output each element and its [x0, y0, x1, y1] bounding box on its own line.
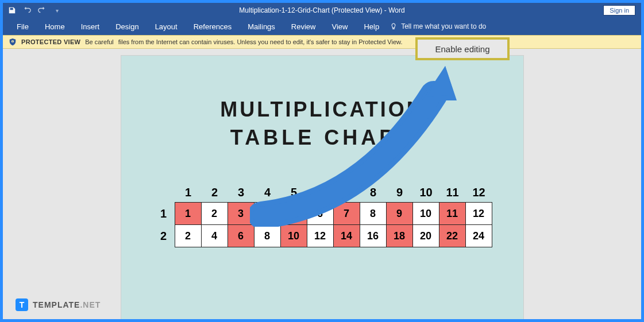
- tab-mailings[interactable]: Mailings: [240, 19, 283, 34]
- svg-rect-1: [12, 41, 13, 42]
- tab-design[interactable]: Design: [107, 19, 146, 34]
- cell: 2: [201, 202, 228, 225]
- tab-references[interactable]: References: [186, 19, 240, 34]
- cell: 22: [439, 224, 466, 247]
- undo-icon[interactable]: [22, 6, 32, 15]
- qat-dropdown-icon[interactable]: ▾: [52, 6, 61, 15]
- cell: 2: [175, 224, 202, 247]
- multiplication-chart: 1 2 3 4 5 6 7 8 9 10 11 12 1: [144, 186, 500, 247]
- tab-view[interactable]: View: [323, 19, 356, 34]
- cell: 20: [412, 224, 439, 247]
- protected-view-warning-1: Be careful: [85, 38, 114, 45]
- col-header: 12: [466, 186, 492, 203]
- cell: 16: [360, 224, 387, 247]
- table-row: 2 2 4 6 8 10 12 14 16 18 20 22 24: [152, 225, 492, 247]
- watermark-text: TEMPLATE.NET: [33, 300, 101, 310]
- column-headers: 1 2 3 4 5 6 7 8 9 10 11 12: [152, 186, 492, 203]
- tab-file[interactable]: File: [9, 19, 37, 34]
- col-header: 4: [254, 186, 281, 203]
- cell: 4: [201, 224, 228, 247]
- tell-me-placeholder: Tell me what you want to do: [401, 22, 486, 30]
- cell: 3: [227, 202, 254, 225]
- cell: 24: [465, 224, 492, 247]
- cell: 5: [280, 202, 307, 225]
- table-row: 1 1 2 3 4 5 6 7 8 9 10 11 12: [152, 203, 492, 225]
- tab-layout[interactable]: Layout: [147, 19, 186, 34]
- outer-frame: ▾ Multiplication-1-12-Grid-Chart (Protec…: [0, 0, 644, 322]
- tab-insert[interactable]: Insert: [73, 19, 108, 34]
- redo-icon[interactable]: [37, 6, 47, 15]
- protected-view-bar: PROTECTED VIEW Be careful files from the…: [3, 35, 641, 49]
- protected-view-title: PROTECTED VIEW: [21, 38, 80, 45]
- col-header: 1: [175, 186, 202, 203]
- cell: 6: [307, 202, 334, 225]
- cell: 10: [412, 202, 439, 225]
- document-canvas[interactable]: MULTIPLICATION TABLE CHART 1 2 3 4 5 6 7…: [3, 49, 641, 319]
- tab-help[interactable]: Help: [356, 19, 387, 34]
- tab-home[interactable]: Home: [37, 19, 73, 34]
- protected-view-warning-2: files from the Internet can contain viru…: [118, 38, 403, 45]
- window-title: Multiplication-1-12-Grid-Chart (Protecte…: [3, 6, 641, 14]
- cell: 6: [227, 224, 254, 247]
- row-label: 1: [152, 203, 175, 225]
- tell-me-search[interactable]: Tell me what you want to do: [390, 22, 486, 30]
- cell: 18: [386, 224, 413, 247]
- lightbulb-icon: [390, 22, 398, 30]
- col-header: 2: [202, 186, 228, 203]
- tab-review[interactable]: Review: [283, 19, 324, 34]
- cell: 8: [254, 224, 281, 247]
- cell: 12: [465, 202, 492, 225]
- enable-editing-button[interactable]: Enable editing: [415, 37, 510, 60]
- watermark-suffix: .NET: [80, 300, 101, 309]
- word-app-window: ▾ Multiplication-1-12-Grid-Chart (Protec…: [3, 3, 641, 319]
- template-net-watermark: T TEMPLATE.NET: [16, 298, 101, 311]
- signin-button[interactable]: Sign in: [603, 5, 635, 15]
- title-bar: ▾ Multiplication-1-12-Grid-Chart (Protec…: [3, 3, 641, 18]
- watermark-brand: TEMPLATE: [33, 300, 80, 309]
- col-header: 6: [307, 186, 334, 203]
- enable-editing-label: Enable editing: [435, 44, 489, 54]
- cell: 12: [307, 224, 334, 247]
- cell: 10: [280, 224, 307, 247]
- col-header: 5: [281, 186, 307, 203]
- cell: 14: [333, 224, 360, 247]
- quick-access-toolbar: ▾: [3, 6, 61, 15]
- cell: 4: [254, 202, 281, 225]
- row-label: 2: [152, 225, 175, 247]
- cell: 11: [439, 202, 466, 225]
- cell: 8: [360, 202, 387, 225]
- cell: 1: [175, 202, 202, 225]
- shield-icon: [9, 38, 17, 46]
- save-icon[interactable]: [7, 6, 17, 15]
- col-header: 9: [387, 186, 413, 203]
- ribbon-tabs: File Home Insert Design Layout Reference…: [3, 18, 641, 35]
- watermark-logo-icon: T: [16, 298, 28, 311]
- col-header: 11: [439, 186, 466, 203]
- cell: 9: [386, 202, 413, 225]
- document-page: MULTIPLICATION TABLE CHART 1 2 3 4 5 6 7…: [121, 56, 523, 319]
- heading-line-1: MULTIPLICATION: [220, 98, 424, 121]
- cell: 7: [333, 202, 360, 225]
- col-header: 8: [360, 186, 387, 203]
- col-header: 3: [228, 186, 254, 203]
- svg-rect-2: [12, 42, 13, 42]
- heading-line-2: TABLE CHART: [144, 124, 500, 152]
- col-header: 10: [413, 186, 439, 203]
- page-title: MULTIPLICATION TABLE CHART: [144, 96, 500, 152]
- col-header: 7: [334, 186, 360, 203]
